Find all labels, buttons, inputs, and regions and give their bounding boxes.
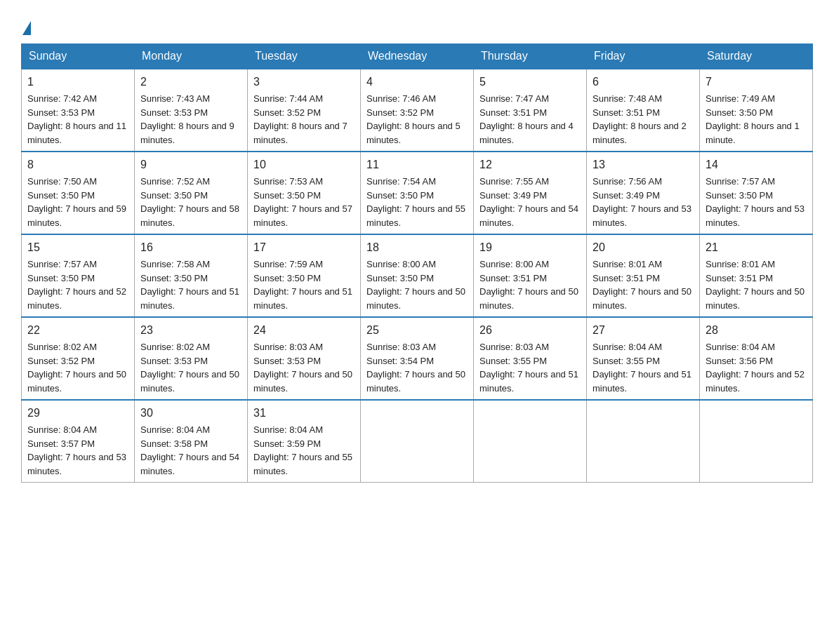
calendar-cell: 27Sunrise: 8:04 AMSunset: 3:55 PMDayligh… <box>587 317 700 400</box>
day-number: 13 <box>593 156 694 173</box>
sunrise-text: Sunrise: 8:00 AM <box>366 259 436 269</box>
sunset-text: Sunset: 3:51 PM <box>479 273 547 283</box>
sunrise-text: Sunrise: 7:58 AM <box>140 259 210 269</box>
calendar-cell: 21Sunrise: 8:01 AMSunset: 3:51 PMDayligh… <box>700 234 813 317</box>
sunset-text: Sunset: 3:55 PM <box>479 356 547 366</box>
day-number: 23 <box>140 322 241 339</box>
daylight-text: Daylight: 8 hours and 4 minutes. <box>479 121 574 145</box>
daylight-text: Daylight: 7 hours and 53 minutes. <box>706 203 805 228</box>
sunrise-text: Sunrise: 8:04 AM <box>27 424 97 435</box>
daylight-text: Daylight: 7 hours and 51 minutes. <box>479 369 578 394</box>
sunrise-text: Sunrise: 7:57 AM <box>706 176 775 187</box>
daylight-text: Daylight: 7 hours and 55 minutes. <box>366 203 465 228</box>
sunrise-text: Sunrise: 7:43 AM <box>140 93 210 104</box>
calendar-cell: 18Sunrise: 8:00 AMSunset: 3:50 PMDayligh… <box>361 234 474 317</box>
calendar-cell: 24Sunrise: 8:03 AMSunset: 3:53 PMDayligh… <box>248 317 361 400</box>
calendar-cell: 22Sunrise: 8:02 AMSunset: 3:52 PMDayligh… <box>22 317 135 400</box>
calendar-cell: 14Sunrise: 7:57 AMSunset: 3:50 PMDayligh… <box>700 152 813 234</box>
daylight-text: Daylight: 7 hours and 51 minutes. <box>253 286 352 311</box>
calendar-cell: 12Sunrise: 7:55 AMSunset: 3:49 PMDayligh… <box>474 152 587 234</box>
calendar-cell: 20Sunrise: 8:01 AMSunset: 3:51 PMDayligh… <box>587 234 700 317</box>
sunset-text: Sunset: 3:50 PM <box>366 190 434 201</box>
day-number: 19 <box>479 239 581 256</box>
sunset-text: Sunset: 3:51 PM <box>593 107 660 118</box>
day-number: 29 <box>27 405 128 422</box>
sunrise-text: Sunrise: 7:42 AM <box>27 93 97 104</box>
sunrise-text: Sunrise: 8:01 AM <box>706 259 775 269</box>
calendar-cell: 30Sunrise: 8:04 AMSunset: 3:58 PMDayligh… <box>135 400 248 483</box>
logo <box>21 21 31 36</box>
calendar-cell: 17Sunrise: 7:59 AMSunset: 3:50 PMDayligh… <box>248 234 361 317</box>
sunset-text: Sunset: 3:57 PM <box>27 438 95 449</box>
day-number: 16 <box>140 239 241 256</box>
daylight-text: Daylight: 8 hours and 2 minutes. <box>593 121 687 145</box>
day-number: 10 <box>253 156 355 173</box>
sunset-text: Sunset: 3:50 PM <box>366 273 434 283</box>
daylight-text: Daylight: 7 hours and 50 minutes. <box>140 369 239 394</box>
calendar-cell: 5Sunrise: 7:47 AMSunset: 3:51 PMDaylight… <box>474 69 587 152</box>
daylight-text: Daylight: 7 hours and 52 minutes. <box>706 369 805 394</box>
day-number: 4 <box>366 74 468 90</box>
calendar-week-row: 15Sunrise: 7:57 AMSunset: 3:50 PMDayligh… <box>22 234 813 317</box>
calendar-week-row: 22Sunrise: 8:02 AMSunset: 3:52 PMDayligh… <box>22 317 813 400</box>
calendar-header-row: SundayMondayTuesdayWednesdayThursdayFrid… <box>22 44 813 69</box>
sunrise-text: Sunrise: 7:50 AM <box>27 176 97 187</box>
calendar-cell <box>474 400 587 483</box>
sunset-text: Sunset: 3:50 PM <box>253 273 321 283</box>
page-header <box>21 14 813 36</box>
calendar-cell <box>700 400 813 483</box>
day-number: 26 <box>479 322 581 339</box>
day-number: 28 <box>706 322 807 339</box>
day-number: 12 <box>479 156 581 173</box>
sunset-text: Sunset: 3:55 PM <box>593 356 660 366</box>
sunset-text: Sunset: 3:50 PM <box>27 273 95 283</box>
calendar-cell: 13Sunrise: 7:56 AMSunset: 3:49 PMDayligh… <box>587 152 700 234</box>
calendar-cell: 10Sunrise: 7:53 AMSunset: 3:50 PMDayligh… <box>248 152 361 234</box>
daylight-text: Daylight: 7 hours and 58 minutes. <box>140 203 239 228</box>
daylight-text: Daylight: 7 hours and 54 minutes. <box>479 203 578 228</box>
daylight-text: Daylight: 8 hours and 5 minutes. <box>366 121 461 145</box>
daylight-text: Daylight: 7 hours and 51 minutes. <box>593 369 691 394</box>
daylight-text: Daylight: 7 hours and 50 minutes. <box>593 286 691 311</box>
sunset-text: Sunset: 3:50 PM <box>706 190 773 201</box>
sunset-text: Sunset: 3:50 PM <box>706 107 773 118</box>
daylight-text: Daylight: 7 hours and 50 minutes. <box>366 286 465 311</box>
daylight-text: Daylight: 8 hours and 9 minutes. <box>140 121 234 145</box>
daylight-text: Daylight: 7 hours and 51 minutes. <box>140 286 239 311</box>
day-number: 20 <box>593 239 694 256</box>
daylight-text: Daylight: 7 hours and 50 minutes. <box>706 286 805 311</box>
sunrise-text: Sunrise: 8:03 AM <box>253 342 323 352</box>
sunrise-text: Sunrise: 7:46 AM <box>366 93 436 104</box>
sunrise-text: Sunrise: 7:53 AM <box>253 176 323 187</box>
sunset-text: Sunset: 3:50 PM <box>27 190 95 201</box>
calendar-cell: 31Sunrise: 8:04 AMSunset: 3:59 PMDayligh… <box>248 400 361 483</box>
sunrise-text: Sunrise: 8:04 AM <box>253 424 323 435</box>
daylight-text: Daylight: 7 hours and 50 minutes. <box>479 286 578 311</box>
sunrise-text: Sunrise: 7:59 AM <box>253 259 323 269</box>
daylight-text: Daylight: 7 hours and 50 minutes. <box>27 369 126 394</box>
day-header-sunday: Sunday <box>22 44 135 69</box>
calendar-cell: 1Sunrise: 7:42 AMSunset: 3:53 PMDaylight… <box>22 69 135 152</box>
daylight-text: Daylight: 7 hours and 50 minutes. <box>366 369 465 394</box>
sunrise-text: Sunrise: 7:56 AM <box>593 176 662 187</box>
day-header-wednesday: Wednesday <box>361 44 474 69</box>
sunset-text: Sunset: 3:53 PM <box>253 356 321 366</box>
calendar-week-row: 1Sunrise: 7:42 AMSunset: 3:53 PMDaylight… <box>22 69 813 152</box>
calendar-week-row: 29Sunrise: 8:04 AMSunset: 3:57 PMDayligh… <box>22 400 813 483</box>
day-number: 8 <box>27 156 128 173</box>
sunrise-text: Sunrise: 8:04 AM <box>706 342 775 352</box>
sunset-text: Sunset: 3:49 PM <box>593 190 660 201</box>
calendar-cell: 4Sunrise: 7:46 AMSunset: 3:52 PMDaylight… <box>361 69 474 152</box>
sunset-text: Sunset: 3:50 PM <box>253 190 321 201</box>
sunrise-text: Sunrise: 7:54 AM <box>366 176 436 187</box>
sunset-text: Sunset: 3:53 PM <box>140 356 208 366</box>
sunset-text: Sunset: 3:52 PM <box>253 107 321 118</box>
daylight-text: Daylight: 8 hours and 11 minutes. <box>27 121 126 145</box>
daylight-text: Daylight: 7 hours and 53 minutes. <box>27 452 126 476</box>
sunset-text: Sunset: 3:51 PM <box>479 107 547 118</box>
sunset-text: Sunset: 3:56 PM <box>706 356 773 366</box>
day-number: 6 <box>593 74 694 90</box>
sunrise-text: Sunrise: 7:48 AM <box>593 93 662 104</box>
day-header-monday: Monday <box>135 44 248 69</box>
sunrise-text: Sunrise: 7:44 AM <box>253 93 323 104</box>
